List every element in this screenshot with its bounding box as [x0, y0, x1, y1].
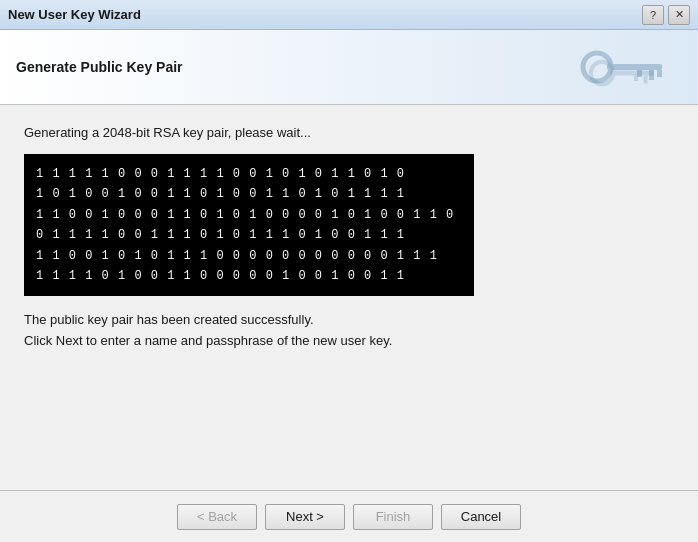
generating-text: Generating a 2048-bit RSA key pair, plea…: [24, 125, 674, 140]
wizard-header: Generate Public Key Pair: [0, 30, 698, 105]
wizard-container: Generate Public Key Pair: [0, 30, 698, 542]
wizard-header-title: Generate Public Key Pair: [16, 59, 183, 75]
svg-rect-6: [610, 71, 654, 76]
svg-rect-7: [634, 75, 638, 81]
success-text: The public key pair has been created suc…: [24, 310, 674, 352]
svg-rect-8: [644, 75, 648, 83]
wizard-content: Generating a 2048-bit RSA key pair, plea…: [0, 105, 698, 490]
success-line-2: Click Next to enter a name and passphras…: [24, 331, 674, 352]
svg-point-0: [583, 53, 611, 81]
svg-rect-1: [607, 64, 662, 70]
finish-button[interactable]: Finish: [353, 504, 433, 530]
window-title: New User Key Wizard: [8, 7, 141, 22]
help-button[interactable]: ?: [642, 5, 664, 25]
back-button[interactable]: < Back: [177, 504, 257, 530]
binary-display: 1 1 1 1 1 0 0 0 1 1 1 1 0 0 1 0 1 0 1 1 …: [24, 154, 474, 296]
next-button[interactable]: Next >: [265, 504, 345, 530]
title-bar: New User Key Wizard ? ✕: [0, 0, 698, 30]
key-icon: [562, 42, 682, 92]
svg-rect-4: [657, 70, 662, 77]
key-icon-area: [562, 42, 682, 92]
title-bar-controls: ? ✕: [642, 5, 690, 25]
success-line-1: The public key pair has been created suc…: [24, 310, 674, 331]
wizard-footer: < Back Next > Finish Cancel: [0, 490, 698, 542]
cancel-button[interactable]: Cancel: [441, 504, 521, 530]
close-button[interactable]: ✕: [668, 5, 690, 25]
